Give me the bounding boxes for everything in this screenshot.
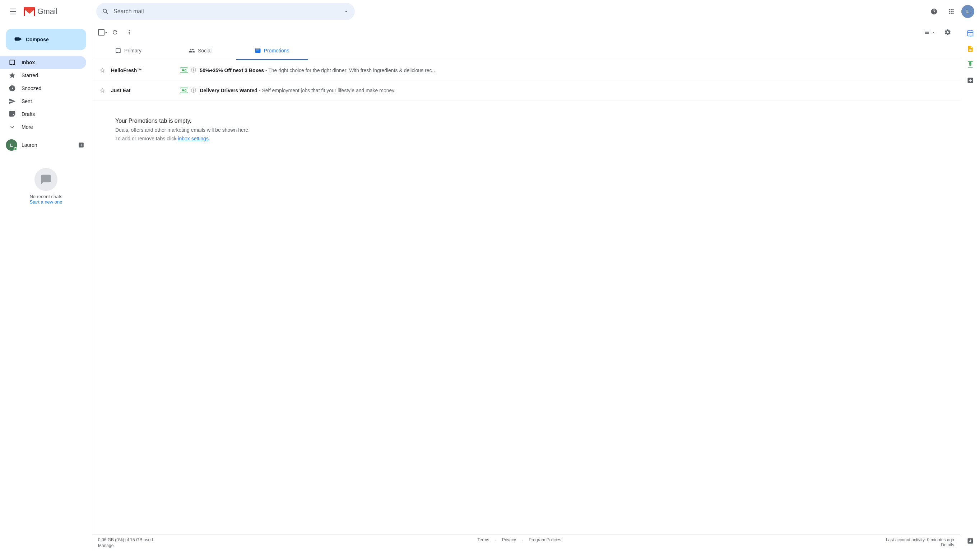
more-label: More bbox=[22, 124, 33, 130]
start-new-chat-link[interactable]: Start a new one bbox=[29, 199, 62, 205]
email-row[interactable]: HelloFresh™ Ad ⓘ 50%+35% Off next 3 Boxe… bbox=[92, 60, 960, 80]
promotions-tab-label: Promotions bbox=[264, 48, 290, 54]
inbox-label: Inbox bbox=[22, 60, 35, 65]
sidebar-item-sent[interactable]: Sent bbox=[0, 95, 86, 108]
svg-text:31: 31 bbox=[969, 33, 971, 35]
topbar: Gmail L bbox=[0, 0, 980, 23]
inbox-tabs: Primary Social Promotions bbox=[92, 42, 960, 60]
tab-primary[interactable]: Primary bbox=[92, 42, 164, 60]
primary-tab-label: Primary bbox=[124, 48, 142, 54]
storage-info: 0.06 GB (0%) of 15 GB used bbox=[98, 537, 153, 542]
select-all-wrapper: ▾ bbox=[98, 29, 107, 35]
account-avatar[interactable]: L bbox=[961, 5, 974, 18]
compose-plus-icon: ✏ bbox=[14, 35, 22, 44]
search-input[interactable] bbox=[113, 8, 339, 15]
privacy-link[interactable]: Privacy bbox=[502, 537, 516, 542]
empty-state-desc: Deals, offers and other marketing emails… bbox=[115, 127, 937, 133]
footer-left: 0.06 GB (0%) of 15 GB used Manage bbox=[98, 537, 153, 548]
gmail-logo-text: Gmail bbox=[37, 7, 57, 16]
last-activity-text: Last account activity: 0 minutes ago bbox=[886, 537, 954, 542]
program-policies-link[interactable]: Program Policies bbox=[528, 537, 561, 542]
sidebar-item-more[interactable]: More bbox=[0, 121, 86, 133]
ad-info-icon-2[interactable]: ⓘ bbox=[191, 87, 196, 94]
sent-label: Sent bbox=[22, 98, 32, 104]
online-indicator bbox=[14, 147, 17, 151]
compose-button[interactable]: ✏ Compose bbox=[6, 29, 86, 50]
main-layout: ✏ Compose Inbox Starred Snoozed Sent bbox=[0, 23, 980, 551]
email-sender-2: Just Eat bbox=[111, 87, 176, 93]
email-snippet-1: - The right choice for the right dinner:… bbox=[266, 67, 954, 73]
manage-storage-link[interactable]: Manage bbox=[98, 543, 153, 548]
toolbar-left: ▾ bbox=[98, 26, 136, 39]
search-bar bbox=[96, 3, 355, 20]
social-tab-label: Social bbox=[198, 48, 212, 54]
chat-bubble-icon bbox=[35, 168, 57, 191]
sidebar-item-starred[interactable]: Starred bbox=[0, 69, 86, 82]
starred-label: Starred bbox=[22, 73, 38, 78]
email-row[interactable]: Just Eat Ad ⓘ Delivery Drivers Wanted - … bbox=[92, 80, 960, 100]
empty-state-link-text: To add or remove tabs click inbox settin… bbox=[115, 136, 937, 141]
keep-panel-button[interactable] bbox=[963, 57, 977, 72]
help-button[interactable] bbox=[927, 4, 941, 19]
topbar-right: L bbox=[927, 4, 974, 19]
star-button-2[interactable] bbox=[98, 86, 107, 95]
star-button-1[interactable] bbox=[98, 66, 107, 75]
sidebar-item-inbox[interactable]: Inbox bbox=[0, 56, 86, 69]
email-toolbar: ▾ bbox=[92, 23, 960, 42]
ad-badge-2: Ad bbox=[180, 87, 188, 93]
account-section-avatar: L bbox=[6, 139, 17, 151]
email-subject-1: 50%+35% Off next 3 Boxes bbox=[200, 67, 264, 73]
topbar-left: Gmail bbox=[6, 4, 92, 19]
chat-section: No recent chats Start a new one bbox=[0, 154, 92, 213]
refresh-button[interactable] bbox=[108, 26, 121, 39]
apps-button[interactable] bbox=[944, 4, 958, 19]
email-body-2: Ad ⓘ Delivery Drivers Wanted - Self empl… bbox=[180, 87, 954, 94]
select-all-checkbox[interactable] bbox=[98, 29, 105, 35]
no-recent-chats-label: No recent chats bbox=[29, 194, 62, 199]
tasks-panel-button[interactable] bbox=[963, 42, 977, 56]
expand-panel-button[interactable] bbox=[963, 534, 977, 548]
density-button[interactable] bbox=[921, 28, 939, 37]
inbox-icon bbox=[9, 59, 16, 66]
select-dropdown-icon[interactable]: ▾ bbox=[105, 30, 107, 35]
search-dropdown-icon[interactable] bbox=[343, 9, 349, 14]
sent-icon bbox=[9, 98, 16, 105]
tab-promotions[interactable]: Promotions bbox=[236, 42, 308, 60]
hamburger-menu-button[interactable] bbox=[6, 4, 20, 19]
details-link[interactable]: Details bbox=[941, 542, 954, 548]
gmail-logo: Gmail bbox=[23, 6, 57, 16]
ad-info-icon-1[interactable]: ⓘ bbox=[191, 67, 196, 74]
email-snippet-2: - Self employment jobs that fit your lif… bbox=[259, 87, 954, 93]
promotions-tab-icon bbox=[255, 48, 261, 54]
calendar-panel-button[interactable]: 31 bbox=[963, 26, 977, 40]
terms-link[interactable]: Terms bbox=[477, 537, 490, 542]
empty-state-title: Your Promotions tab is empty. bbox=[115, 118, 937, 124]
settings-button[interactable] bbox=[941, 26, 954, 39]
drafts-label: Drafts bbox=[22, 111, 35, 117]
toolbar-right bbox=[921, 26, 954, 39]
account-name: Lauren bbox=[22, 142, 37, 148]
right-panel: 31 bbox=[960, 23, 980, 551]
drafts-icon bbox=[9, 111, 16, 118]
tab-social[interactable]: Social bbox=[164, 42, 236, 60]
sidebar: ✏ Compose Inbox Starred Snoozed Sent bbox=[0, 23, 92, 551]
snoozed-label: Snoozed bbox=[22, 86, 41, 91]
more-options-button[interactable] bbox=[123, 26, 136, 39]
add-account-button[interactable] bbox=[76, 140, 86, 150]
primary-tab-icon bbox=[115, 48, 121, 54]
content-area: ▾ bbox=[92, 23, 960, 551]
footer-dot-1: · bbox=[495, 537, 496, 542]
sidebar-item-drafts[interactable]: Drafts bbox=[0, 108, 86, 121]
footer-right: Last account activity: 0 minutes ago Det… bbox=[886, 537, 954, 548]
search-icon bbox=[102, 8, 109, 15]
empty-state-suffix: . bbox=[208, 136, 210, 141]
footer-dot-2: · bbox=[522, 537, 523, 542]
account-section[interactable]: L Lauren bbox=[0, 137, 92, 154]
add-panel-button[interactable] bbox=[963, 73, 977, 87]
inbox-settings-link[interactable]: inbox settings bbox=[178, 136, 208, 141]
sidebar-item-snoozed[interactable]: Snoozed bbox=[0, 82, 86, 95]
email-list: HelloFresh™ Ad ⓘ 50%+35% Off next 3 Boxe… bbox=[92, 60, 960, 534]
page-footer: 0.06 GB (0%) of 15 GB used Manage Terms … bbox=[92, 534, 960, 551]
empty-state-prefix: To add or remove tabs click bbox=[115, 136, 178, 141]
starred-icon bbox=[9, 72, 16, 79]
